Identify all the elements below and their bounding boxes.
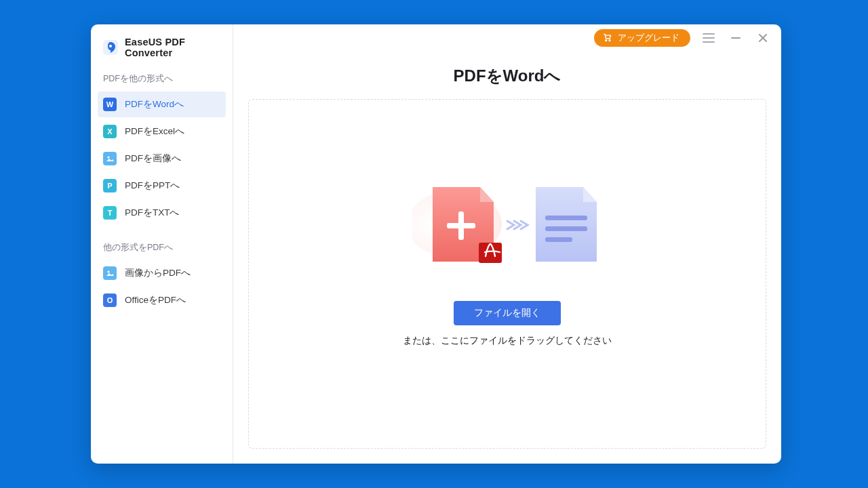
image-icon [103,152,117,165]
sidebar-section-1-header: PDFを他の形式へ [91,68,233,92]
hamburger-menu-button[interactable] [700,29,717,47]
sidebar-item-pdf-to-txt[interactable]: T PDFをTXTへ [98,200,226,226]
svg-point-3 [107,270,109,272]
sidebar-item-pdf-to-image[interactable]: PDFを画像へ [98,146,226,171]
open-file-button[interactable]: ファイルを開く [454,301,561,325]
upgrade-label: アップグレード [618,32,679,44]
sidebar-item-pdf-to-ppt[interactable]: P PDFをPPTへ [98,173,226,199]
sidebar-item-pdf-to-word[interactable]: W PDFをWordへ [98,92,226,117]
svg-rect-15 [479,243,502,263]
sidebar-item-label: 画像からPDFへ [125,267,191,279]
sidebar-item-label: OfficeをPDFへ [125,294,186,306]
sidebar-item-image-to-pdf[interactable]: 画像からPDFへ [98,260,226,286]
sidebar-item-label: PDFを画像へ [125,152,181,165]
upgrade-button[interactable]: アップグレード [594,29,690,47]
svg-point-5 [609,39,610,41]
sidebar-item-pdf-to-excel[interactable]: X PDFをExcelへ [98,119,226,144]
titlebar: アップグレード [233,24,781,52]
svg-rect-18 [545,237,572,242]
sidebar-section-2-header: 他の形式をPDFへ [91,237,233,260]
word-icon: W [103,98,117,111]
excel-icon: X [103,125,117,138]
page-title: PDFをWordへ [233,65,781,87]
sidebar-item-label: PDFをWordへ [125,98,184,110]
open-file-label: ファイルを開く [474,307,540,319]
svg-point-4 [606,39,607,41]
sidebar-list-1: W PDFをWordへ X PDFをExcelへ PDFを画像へ P PDFをP… [91,92,233,226]
app-title: EaseUS PDF Converter [125,37,220,58]
main-area: アップグレード PDFをWordへ [233,24,781,464]
minimize-button[interactable] [727,29,745,47]
sidebar-item-label: PDFをTXTへ [125,207,180,219]
sidebar-item-label: PDFをPPTへ [125,180,180,192]
svg-rect-14 [447,223,475,228]
sidebar-item-label: PDFをExcelへ [125,125,184,138]
app-window: EaseUS PDF Converter PDFを他の形式へ W PDFをWor… [91,24,781,464]
sidebar-item-office-to-pdf[interactable]: O OfficeをPDFへ [98,287,226,313]
sidebar-list-2: 画像からPDFへ O OfficeをPDFへ [91,260,233,313]
drop-zone[interactable]: ファイルを開く または、ここにファイルをドラッグしてください [248,99,766,449]
txt-icon: T [103,206,117,220]
image-icon [103,266,117,280]
svg-point-1 [109,45,112,47]
conversion-illustration-icon [412,180,602,268]
ppt-icon: P [103,179,117,192]
svg-point-2 [107,156,109,158]
office-icon: O [103,293,117,307]
drop-hint-text: または、ここにファイルをドラッグしてください [403,335,612,347]
close-button[interactable] [754,29,772,47]
cart-icon [602,33,612,44]
app-logo-icon [103,40,118,55]
svg-rect-17 [545,226,587,231]
brand: EaseUS PDF Converter [91,24,233,68]
sidebar: EaseUS PDF Converter PDFを他の形式へ W PDFをWor… [91,24,233,464]
svg-rect-16 [545,216,587,220]
